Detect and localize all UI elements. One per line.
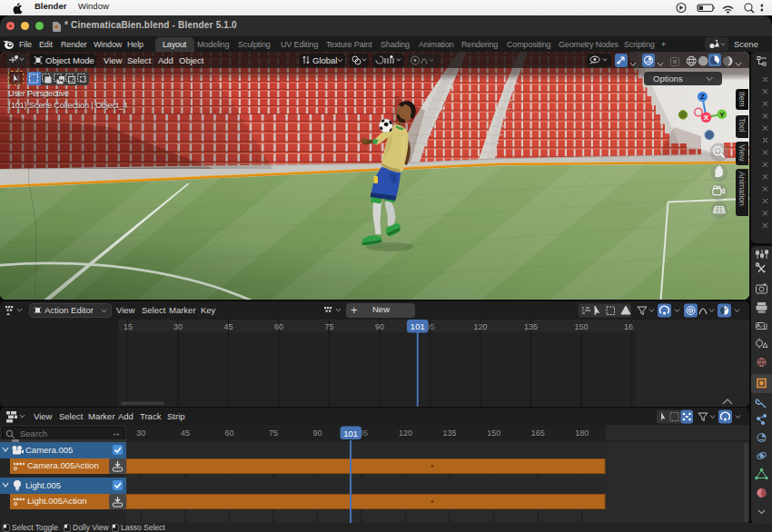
svg-text:135: 135 xyxy=(443,429,457,438)
svg-text:75: 75 xyxy=(324,322,333,331)
svg-text:60: 60 xyxy=(224,429,233,438)
svg-text:30: 30 xyxy=(173,322,183,331)
svg-text:150: 150 xyxy=(487,429,500,438)
svg-text:101: 101 xyxy=(411,321,425,331)
svg-text:165: 165 xyxy=(531,429,545,438)
svg-text:Y: Y xyxy=(719,111,725,119)
svg-text:X: X xyxy=(704,113,709,122)
svg-text:30: 30 xyxy=(136,429,145,438)
svg-text:90: 90 xyxy=(312,429,322,438)
svg-text:45: 45 xyxy=(223,322,233,331)
svg-text:!: ! xyxy=(625,308,627,314)
svg-text:180: 180 xyxy=(575,429,589,438)
svg-text:135: 135 xyxy=(524,322,538,331)
svg-text:101: 101 xyxy=(343,429,358,438)
svg-text:16: 16 xyxy=(624,322,633,331)
svg-text:45: 45 xyxy=(181,429,190,438)
svg-text:Z: Z xyxy=(700,93,705,101)
svg-text:150: 150 xyxy=(574,322,588,331)
svg-text:120: 120 xyxy=(399,429,412,438)
svg-text:60: 60 xyxy=(274,322,283,331)
svg-text:120: 120 xyxy=(473,322,487,331)
svg-text:15: 15 xyxy=(124,322,133,331)
svg-text:75: 75 xyxy=(269,429,278,438)
svg-text:90: 90 xyxy=(375,322,384,331)
